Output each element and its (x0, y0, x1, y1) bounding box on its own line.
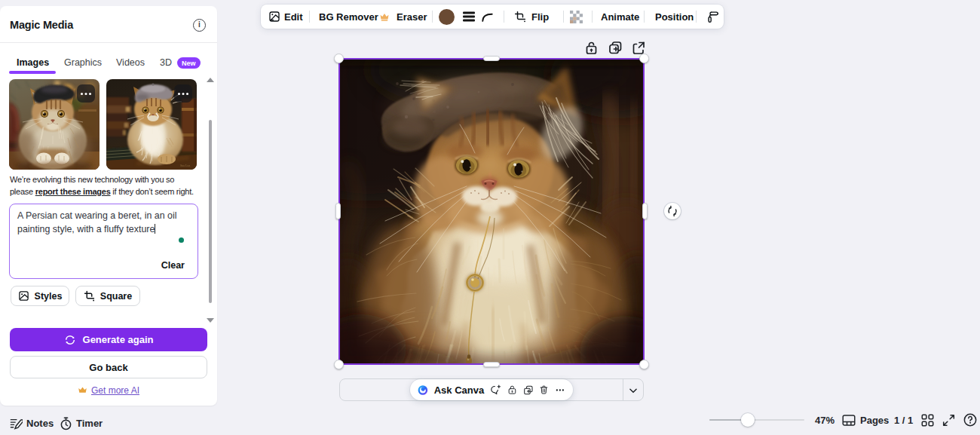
svg-text:Sua Luz: Sua Luz (180, 164, 190, 167)
